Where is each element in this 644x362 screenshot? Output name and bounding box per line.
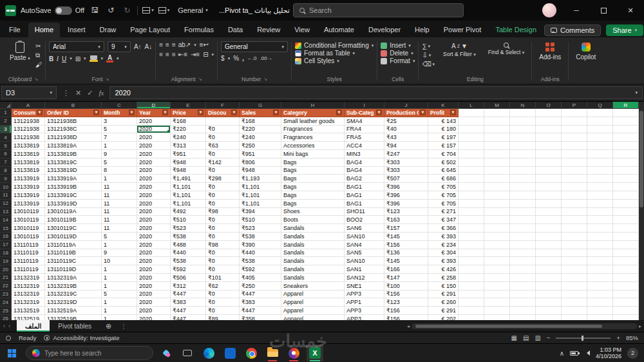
cell-M23[interactable] <box>484 291 510 299</box>
row-header-22[interactable]: 22 <box>0 282 12 291</box>
cell-J18[interactable]: ₹136 <box>384 249 428 258</box>
cell-H19[interactable]: Sandals <box>281 257 345 265</box>
cell-A18[interactable]: 13110119 <box>12 249 45 258</box>
row-header-15[interactable]: 15 <box>0 224 12 233</box>
column-header-L[interactable]: L <box>459 102 484 109</box>
cell-G8[interactable]: ₹948 <box>240 167 281 175</box>
comments-button[interactable]: Comments <box>544 24 601 36</box>
cell-L24[interactable] <box>459 298 484 307</box>
decrease-decimal-icon[interactable]: .00→ <box>260 55 272 61</box>
cell-F15[interactable]: ₹0 <box>206 224 240 233</box>
cell-I16[interactable]: SAN10 <box>345 233 384 241</box>
autosum-icon[interactable]: ∑▾ <box>422 43 435 50</box>
macro-record-icon[interactable] <box>6 336 11 341</box>
cell-I3[interactable]: FRA4 <box>345 126 384 134</box>
percent-style-icon[interactable]: % <box>233 55 239 62</box>
cell-R23[interactable] <box>613 291 639 299</box>
cell-R22[interactable] <box>613 282 639 291</box>
row-header-3[interactable]: 3 <box>0 126 12 134</box>
cell-K23[interactable]: € 291 <box>428 291 459 299</box>
cell-N11[interactable] <box>510 191 536 200</box>
cell-I5[interactable]: ACC4 <box>345 142 384 150</box>
cell-D6[interactable]: 2020 <box>137 150 171 158</box>
addins-button[interactable]: Add-ins <box>535 40 565 61</box>
cell-M6[interactable] <box>484 150 510 158</box>
name-box[interactable]: D3 ▾ <box>1 86 57 99</box>
find-select-button[interactable]: Find & Select ▾ <box>484 40 528 68</box>
cell-Q14[interactable] <box>587 216 613 224</box>
font-color-button[interactable]: A <box>106 55 113 62</box>
cell-P25[interactable] <box>562 307 587 315</box>
cell-H23[interactable]: Apparel <box>281 291 345 299</box>
cell-D11[interactable]: 2020 <box>137 191 171 200</box>
cell-Q12[interactable] <box>587 200 613 208</box>
cell-N22[interactable] <box>510 282 536 291</box>
cell-B8[interactable]: 13133819D <box>45 167 102 175</box>
cell-P19[interactable] <box>562 257 587 265</box>
cell-M16[interactable] <box>484 233 510 241</box>
cell-I10[interactable]: BAG1 <box>345 183 384 191</box>
cell-C15[interactable]: 11 <box>102 224 137 233</box>
undo-icon[interactable]: ↺ <box>105 6 117 15</box>
cell-O14[interactable] <box>536 216 562 224</box>
column-header-D[interactable]: D <box>137 102 171 109</box>
cell-C4[interactable]: 7 <box>102 133 137 142</box>
cell-N16[interactable] <box>510 233 536 241</box>
cell-E11[interactable]: ₹1,101 <box>171 191 206 200</box>
cell-Q19[interactable] <box>587 257 613 265</box>
cell-P23[interactable] <box>562 291 587 299</box>
horizontal-scrollbar-thumb[interactable] <box>415 325 602 328</box>
cell-L10[interactable] <box>459 183 484 191</box>
tab-file[interactable]: File <box>3 23 27 37</box>
cell-F4[interactable]: ₹0 <box>206 133 240 142</box>
cell-E1[interactable]: Price▾ <box>171 109 206 117</box>
cell-H18[interactable]: Sandals <box>281 249 345 258</box>
cell-H16[interactable]: Sandals <box>281 233 345 241</box>
cell-E13[interactable]: ₹492 <box>171 208 206 216</box>
cell-I18[interactable]: SAN5 <box>345 249 384 258</box>
cell-H8[interactable]: Bags <box>281 167 345 175</box>
cell-B3[interactable]: 13121938C <box>45 126 102 134</box>
cell-P9[interactable] <box>562 175 587 183</box>
notification-badge[interactable]: 2 <box>627 348 638 359</box>
cell-F21[interactable]: ₹101 <box>206 274 240 282</box>
cell-K12[interactable]: € 705 <box>428 200 459 208</box>
filter-button-J[interactable]: ▾ <box>420 110 426 115</box>
cell-R7[interactable] <box>613 158 639 167</box>
cell-B12[interactable]: 13133919D <box>45 200 102 208</box>
zoom-in-button[interactable]: + <box>616 334 620 341</box>
cell-N3[interactable] <box>510 126 536 134</box>
cell-I6[interactable]: MIN3 <box>345 150 384 158</box>
cell-F17[interactable]: ₹98 <box>206 241 240 249</box>
cell-L14[interactable] <box>459 216 484 224</box>
cell-C6[interactable]: 9 <box>102 150 137 158</box>
cell-B24[interactable]: 13132319D <box>45 298 102 307</box>
cell-C10[interactable]: 11 <box>102 183 137 191</box>
cell-A12[interactable]: 13133919 <box>12 200 45 208</box>
cell-P12[interactable] <box>562 200 587 208</box>
wrap-text-icon[interactable]: ≡↩ <box>200 41 209 48</box>
cell-Q21[interactable] <box>587 274 613 282</box>
cell-J6[interactable]: ₹247 <box>384 150 428 158</box>
cell-J2[interactable]: ₹25 <box>384 117 428 126</box>
cell-E26[interactable]: ₹447 <box>171 315 206 320</box>
cell-Q18[interactable] <box>587 249 613 258</box>
close-button[interactable]: ✕ <box>617 0 644 21</box>
cell-A3[interactable]: 13121938 <box>12 126 45 134</box>
cell-M9[interactable] <box>484 175 510 183</box>
document-title[interactable]: تحليل بيانات _Pivot ta... <box>219 6 290 15</box>
filter-button-K[interactable]: ▾ <box>450 110 456 115</box>
cell-N14[interactable] <box>510 216 536 224</box>
cell-B26[interactable]: 13132519B <box>45 315 102 320</box>
cell-K5[interactable]: € 157 <box>428 142 459 150</box>
cell-P24[interactable] <box>562 298 587 307</box>
autosave-toggle[interactable]: AutoSave Off <box>21 6 84 15</box>
tab-help[interactable]: Help <box>408 23 436 37</box>
redo-icon[interactable]: ↻ <box>121 6 133 15</box>
cell-Q9[interactable] <box>587 175 613 183</box>
cell-Q6[interactable] <box>587 150 613 158</box>
cell-L6[interactable] <box>459 150 484 158</box>
cell-Q15[interactable] <box>587 224 613 233</box>
sheet-tab-الملف[interactable]: الملف <box>17 320 50 332</box>
cell-E12[interactable]: ₹1,101 <box>171 200 206 208</box>
